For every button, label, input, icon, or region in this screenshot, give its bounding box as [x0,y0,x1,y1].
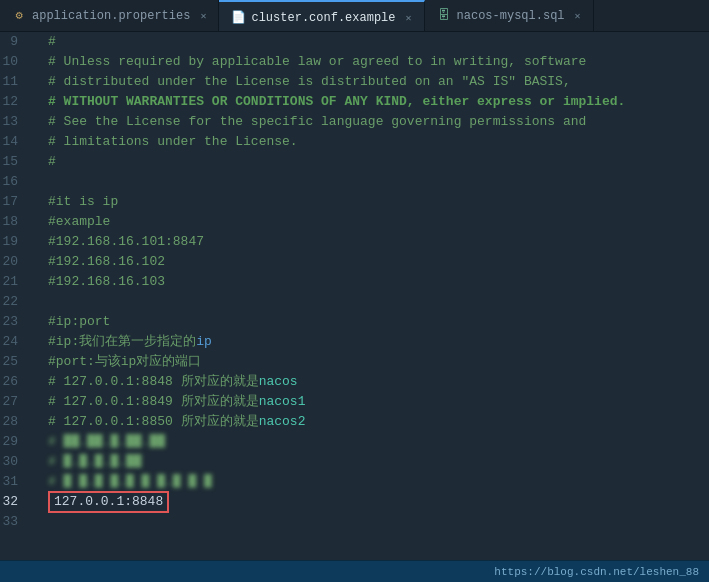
code-line-28: # 127.0.0.1:8850 所对应的就是 nacos2 [48,412,709,432]
line-num-33: 33 [0,512,28,532]
code-line-11: # distributed under the License is distr… [48,72,709,92]
highlighted-ip: 127.0.0.1:8848 [48,491,169,513]
code-line-21: #192.168.16.103 [48,272,709,292]
tab-close-cluster[interactable]: ✕ [406,12,412,24]
line-num-17: 17 [0,192,28,212]
line-num-32: 32 [0,492,28,512]
tab-cluster[interactable]: 📄 cluster.conf.example ✕ [219,0,424,31]
tab-nacos[interactable]: 🗄 nacos-mysql.sql ✕ [425,0,594,31]
code-line-12: # WITHOUT WARRANTIES OR CONDITIONS OF AN… [48,92,709,112]
line-num-26: 26 [0,372,28,392]
line-num-22: 22 [0,292,28,312]
line-numbers: 9 10 11 12 13 14 15 16 17 18 19 20 21 22… [0,32,38,560]
code-line-9: # [48,32,709,52]
ip-span-24: ip [196,332,212,352]
tab-label: application.properties [32,9,190,23]
file-icon-cluster: 📄 [231,11,245,25]
line-num-31: 31 [0,472,28,492]
code-line-32: 127.0.0.1:8848 [48,492,709,512]
tab-close-application[interactable]: ✕ [200,10,206,22]
code-line-13: # See the License for the specific langu… [48,112,709,132]
comment-span-27a: # 127.0.0.1:8849 所对应的就是 [48,392,259,412]
line-num-23: 23 [0,312,28,332]
comment-span-26a: # 127.0.0.1:8848 所对应的就是 [48,372,259,392]
chinese-span-25: 与该ip对应的端口 [95,352,202,372]
code-line-14: # limitations under the License. [48,132,709,152]
code-line-33 [48,512,709,532]
code-editor[interactable]: # # Unless required by applicable law or… [38,32,709,560]
comment-span-24: #ip: [48,332,79,352]
code-line-26: # 127.0.0.1:8848 所对应的就是 nacos [48,372,709,392]
line-num-16: 16 [0,172,28,192]
code-line-23: #ip:port [48,312,709,332]
line-num-10: 10 [0,52,28,72]
code-line-24: #ip:我们在第一步指定的ip [48,332,709,352]
line-num-9: 9 [0,32,28,52]
line-num-15: 15 [0,152,28,172]
code-line-17: #it is ip [48,192,709,212]
line-num-19: 19 [0,232,28,252]
line-num-24: 24 [0,332,28,352]
nacos-span-26: nacos [259,372,298,392]
code-line-18: #example [48,212,709,232]
code-line-19: #192.168.16.101:8847 [48,232,709,252]
line-num-29: 29 [0,432,28,452]
file-icon-nacos: 🗄 [437,9,451,23]
line-num-27: 27 [0,392,28,412]
line-num-28: 28 [0,412,28,432]
editor: 9 10 11 12 13 14 15 16 17 18 19 20 21 22… [0,32,709,560]
chinese-span-24: 我们在第一步指定的 [79,332,196,352]
nacos-span-28: nacos2 [259,412,306,432]
line-num-20: 20 [0,252,28,272]
line-num-14: 14 [0,132,28,152]
code-line-20: #192.168.16.102 [48,252,709,272]
status-url: https://blog.csdn.net/leshen_88 [494,566,699,578]
comment-span-28a: # 127.0.0.1:8850 所对应的就是 [48,412,259,432]
status-bar: https://blog.csdn.net/leshen_88 [0,560,709,582]
tab-application[interactable]: ⚙ application.properties ✕ [0,0,219,31]
code-line-29: # ██.██.█.██.██ [48,432,709,452]
line-num-12: 12 [0,92,28,112]
code-line-22 [48,292,709,312]
code-line-16 [48,172,709,192]
code-line-10: # Unless required by applicable law or a… [48,52,709,72]
nacos-span-27: nacos1 [259,392,306,412]
tab-close-nacos[interactable]: ✕ [575,10,581,22]
code-line-27: # 127.0.0.1:8849 所对应的就是 nacos1 [48,392,709,412]
code-line-31: # █ █.█ █.█ █ █.█ █ █ [48,472,709,492]
line-num-25: 25 [0,352,28,372]
line-num-18: 18 [0,212,28,232]
comment-span-25: #port: [48,352,95,372]
tab-bar: ⚙ application.properties ✕ 📄 cluster.con… [0,0,709,32]
code-line-25: #port:与该ip对应的端口 [48,352,709,372]
code-line-30: # █.█.█.█.██ [48,452,709,472]
code-line-15: # [48,152,709,172]
tab-label-cluster: cluster.conf.example [251,11,395,25]
line-num-30: 30 [0,452,28,472]
line-num-11: 11 [0,72,28,92]
line-num-21: 21 [0,272,28,292]
tab-label-nacos: nacos-mysql.sql [457,9,565,23]
file-icon: ⚙ [12,9,26,23]
line-num-13: 13 [0,112,28,132]
